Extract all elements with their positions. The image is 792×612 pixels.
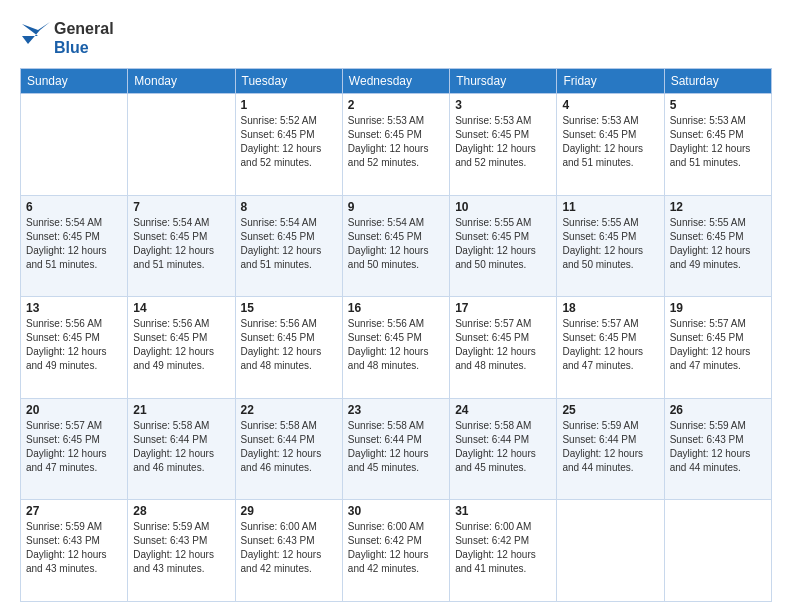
day-number: 15 (241, 301, 337, 315)
calendar-cell: 19Sunrise: 5:57 AM Sunset: 6:45 PM Dayli… (664, 297, 771, 399)
calendar-cell: 21Sunrise: 5:58 AM Sunset: 6:44 PM Dayli… (128, 398, 235, 500)
day-info: Sunrise: 5:56 AM Sunset: 6:45 PM Dayligh… (133, 317, 229, 373)
calendar: SundayMondayTuesdayWednesdayThursdayFrid… (20, 68, 772, 602)
day-info: Sunrise: 5:52 AM Sunset: 6:45 PM Dayligh… (241, 114, 337, 170)
day-info: Sunrise: 5:53 AM Sunset: 6:45 PM Dayligh… (670, 114, 766, 170)
day-number: 20 (26, 403, 122, 417)
day-number: 7 (133, 200, 229, 214)
day-info: Sunrise: 6:00 AM Sunset: 6:43 PM Dayligh… (241, 520, 337, 576)
calendar-cell (128, 94, 235, 196)
day-header-friday: Friday (557, 69, 664, 94)
page: GeneralBlue SundayMondayTuesdayWednesday… (0, 0, 792, 612)
day-number: 2 (348, 98, 444, 112)
day-number: 5 (670, 98, 766, 112)
day-info: Sunrise: 5:55 AM Sunset: 6:45 PM Dayligh… (562, 216, 658, 272)
day-number: 29 (241, 504, 337, 518)
calendar-cell: 3Sunrise: 5:53 AM Sunset: 6:45 PM Daylig… (450, 94, 557, 196)
day-number: 22 (241, 403, 337, 417)
day-info: Sunrise: 5:53 AM Sunset: 6:45 PM Dayligh… (455, 114, 551, 170)
day-number: 12 (670, 200, 766, 214)
day-info: Sunrise: 5:56 AM Sunset: 6:45 PM Dayligh… (348, 317, 444, 373)
calendar-cell: 17Sunrise: 5:57 AM Sunset: 6:45 PM Dayli… (450, 297, 557, 399)
calendar-cell: 23Sunrise: 5:58 AM Sunset: 6:44 PM Dayli… (342, 398, 449, 500)
calendar-cell (557, 500, 664, 602)
day-info: Sunrise: 5:58 AM Sunset: 6:44 PM Dayligh… (348, 419, 444, 475)
day-number: 23 (348, 403, 444, 417)
day-header-saturday: Saturday (664, 69, 771, 94)
day-info: Sunrise: 5:57 AM Sunset: 6:45 PM Dayligh… (562, 317, 658, 373)
day-number: 25 (562, 403, 658, 417)
calendar-cell: 29Sunrise: 6:00 AM Sunset: 6:43 PM Dayli… (235, 500, 342, 602)
day-number: 9 (348, 200, 444, 214)
day-info: Sunrise: 5:58 AM Sunset: 6:44 PM Dayligh… (241, 419, 337, 475)
day-number: 11 (562, 200, 658, 214)
day-number: 28 (133, 504, 229, 518)
day-info: Sunrise: 5:54 AM Sunset: 6:45 PM Dayligh… (348, 216, 444, 272)
day-info: Sunrise: 5:55 AM Sunset: 6:45 PM Dayligh… (455, 216, 551, 272)
day-header-tuesday: Tuesday (235, 69, 342, 94)
calendar-cell: 28Sunrise: 5:59 AM Sunset: 6:43 PM Dayli… (128, 500, 235, 602)
day-number: 27 (26, 504, 122, 518)
day-info: Sunrise: 5:54 AM Sunset: 6:45 PM Dayligh… (26, 216, 122, 272)
day-info: Sunrise: 5:57 AM Sunset: 6:45 PM Dayligh… (670, 317, 766, 373)
day-number: 1 (241, 98, 337, 112)
calendar-cell: 15Sunrise: 5:56 AM Sunset: 6:45 PM Dayli… (235, 297, 342, 399)
calendar-cell: 9Sunrise: 5:54 AM Sunset: 6:45 PM Daylig… (342, 195, 449, 297)
day-info: Sunrise: 5:56 AM Sunset: 6:45 PM Dayligh… (241, 317, 337, 373)
day-number: 18 (562, 301, 658, 315)
day-number: 4 (562, 98, 658, 112)
day-info: Sunrise: 5:53 AM Sunset: 6:45 PM Dayligh… (562, 114, 658, 170)
calendar-cell: 1Sunrise: 5:52 AM Sunset: 6:45 PM Daylig… (235, 94, 342, 196)
calendar-cell (21, 94, 128, 196)
calendar-cell: 4Sunrise: 5:53 AM Sunset: 6:45 PM Daylig… (557, 94, 664, 196)
day-info: Sunrise: 5:59 AM Sunset: 6:43 PM Dayligh… (26, 520, 122, 576)
day-info: Sunrise: 5:59 AM Sunset: 6:44 PM Dayligh… (562, 419, 658, 475)
calendar-cell: 24Sunrise: 5:58 AM Sunset: 6:44 PM Dayli… (450, 398, 557, 500)
day-number: 21 (133, 403, 229, 417)
calendar-cell (664, 500, 771, 602)
day-info: Sunrise: 5:54 AM Sunset: 6:45 PM Dayligh… (133, 216, 229, 272)
day-number: 10 (455, 200, 551, 214)
calendar-cell: 10Sunrise: 5:55 AM Sunset: 6:45 PM Dayli… (450, 195, 557, 297)
day-number: 31 (455, 504, 551, 518)
calendar-cell: 14Sunrise: 5:56 AM Sunset: 6:45 PM Dayli… (128, 297, 235, 399)
day-number: 14 (133, 301, 229, 315)
logo-bird-icon (20, 16, 50, 60)
day-info: Sunrise: 6:00 AM Sunset: 6:42 PM Dayligh… (455, 520, 551, 576)
calendar-cell: 11Sunrise: 5:55 AM Sunset: 6:45 PM Dayli… (557, 195, 664, 297)
calendar-cell: 27Sunrise: 5:59 AM Sunset: 6:43 PM Dayli… (21, 500, 128, 602)
day-number: 30 (348, 504, 444, 518)
day-info: Sunrise: 5:55 AM Sunset: 6:45 PM Dayligh… (670, 216, 766, 272)
day-number: 24 (455, 403, 551, 417)
day-info: Sunrise: 5:57 AM Sunset: 6:45 PM Dayligh… (455, 317, 551, 373)
day-number: 17 (455, 301, 551, 315)
day-header-thursday: Thursday (450, 69, 557, 94)
calendar-cell: 25Sunrise: 5:59 AM Sunset: 6:44 PM Dayli… (557, 398, 664, 500)
svg-marker-0 (22, 22, 50, 44)
day-info: Sunrise: 5:57 AM Sunset: 6:45 PM Dayligh… (26, 419, 122, 475)
calendar-cell: 6Sunrise: 5:54 AM Sunset: 6:45 PM Daylig… (21, 195, 128, 297)
day-info: Sunrise: 5:58 AM Sunset: 6:44 PM Dayligh… (455, 419, 551, 475)
day-header-monday: Monday (128, 69, 235, 94)
calendar-cell: 16Sunrise: 5:56 AM Sunset: 6:45 PM Dayli… (342, 297, 449, 399)
day-info: Sunrise: 6:00 AM Sunset: 6:42 PM Dayligh… (348, 520, 444, 576)
calendar-cell: 22Sunrise: 5:58 AM Sunset: 6:44 PM Dayli… (235, 398, 342, 500)
calendar-cell: 18Sunrise: 5:57 AM Sunset: 6:45 PM Dayli… (557, 297, 664, 399)
day-header-wednesday: Wednesday (342, 69, 449, 94)
header: GeneralBlue (20, 16, 772, 60)
day-info: Sunrise: 5:58 AM Sunset: 6:44 PM Dayligh… (133, 419, 229, 475)
day-info: Sunrise: 5:59 AM Sunset: 6:43 PM Dayligh… (670, 419, 766, 475)
day-info: Sunrise: 5:54 AM Sunset: 6:45 PM Dayligh… (241, 216, 337, 272)
calendar-cell: 20Sunrise: 5:57 AM Sunset: 6:45 PM Dayli… (21, 398, 128, 500)
day-number: 19 (670, 301, 766, 315)
day-number: 13 (26, 301, 122, 315)
logo: GeneralBlue (20, 16, 114, 60)
logo-general: General (54, 19, 114, 38)
logo-blue: Blue (54, 38, 114, 57)
logo: GeneralBlue (20, 16, 114, 60)
day-info: Sunrise: 5:59 AM Sunset: 6:43 PM Dayligh… (133, 520, 229, 576)
day-header-sunday: Sunday (21, 69, 128, 94)
day-number: 16 (348, 301, 444, 315)
day-number: 6 (26, 200, 122, 214)
calendar-cell: 30Sunrise: 6:00 AM Sunset: 6:42 PM Dayli… (342, 500, 449, 602)
